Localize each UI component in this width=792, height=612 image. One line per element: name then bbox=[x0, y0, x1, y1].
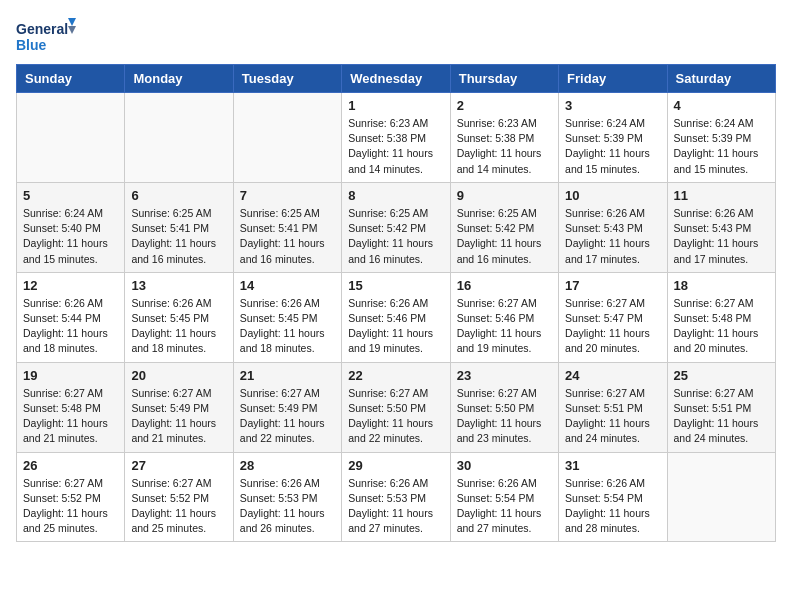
weekday-header: Thursday bbox=[450, 65, 558, 93]
day-number: 22 bbox=[348, 368, 443, 383]
calendar-cell: 20Sunrise: 6:27 AM Sunset: 5:49 PM Dayli… bbox=[125, 362, 233, 452]
calendar-cell: 2Sunrise: 6:23 AM Sunset: 5:38 PM Daylig… bbox=[450, 93, 558, 183]
day-info: Sunrise: 6:27 AM Sunset: 5:46 PM Dayligh… bbox=[457, 296, 552, 357]
calendar-table: SundayMondayTuesdayWednesdayThursdayFrid… bbox=[16, 64, 776, 542]
calendar-cell: 14Sunrise: 6:26 AM Sunset: 5:45 PM Dayli… bbox=[233, 272, 341, 362]
day-info: Sunrise: 6:26 AM Sunset: 5:54 PM Dayligh… bbox=[457, 476, 552, 537]
weekday-header: Friday bbox=[559, 65, 667, 93]
day-number: 6 bbox=[131, 188, 226, 203]
weekday-header: Saturday bbox=[667, 65, 775, 93]
calendar-cell: 17Sunrise: 6:27 AM Sunset: 5:47 PM Dayli… bbox=[559, 272, 667, 362]
day-number: 24 bbox=[565, 368, 660, 383]
day-info: Sunrise: 6:25 AM Sunset: 5:42 PM Dayligh… bbox=[457, 206, 552, 267]
calendar-cell: 25Sunrise: 6:27 AM Sunset: 5:51 PM Dayli… bbox=[667, 362, 775, 452]
day-info: Sunrise: 6:26 AM Sunset: 5:54 PM Dayligh… bbox=[565, 476, 660, 537]
day-number: 1 bbox=[348, 98, 443, 113]
day-number: 12 bbox=[23, 278, 118, 293]
svg-marker-3 bbox=[68, 26, 76, 34]
day-info: Sunrise: 6:26 AM Sunset: 5:53 PM Dayligh… bbox=[348, 476, 443, 537]
day-info: Sunrise: 6:27 AM Sunset: 5:52 PM Dayligh… bbox=[23, 476, 118, 537]
calendar-cell: 15Sunrise: 6:26 AM Sunset: 5:46 PM Dayli… bbox=[342, 272, 450, 362]
calendar-week-row: 12Sunrise: 6:26 AM Sunset: 5:44 PM Dayli… bbox=[17, 272, 776, 362]
day-info: Sunrise: 6:25 AM Sunset: 5:41 PM Dayligh… bbox=[131, 206, 226, 267]
day-number: 17 bbox=[565, 278, 660, 293]
day-number: 28 bbox=[240, 458, 335, 473]
calendar-week-row: 26Sunrise: 6:27 AM Sunset: 5:52 PM Dayli… bbox=[17, 452, 776, 542]
calendar-cell: 30Sunrise: 6:26 AM Sunset: 5:54 PM Dayli… bbox=[450, 452, 558, 542]
day-number: 15 bbox=[348, 278, 443, 293]
day-number: 26 bbox=[23, 458, 118, 473]
page-header: General Blue bbox=[16, 16, 776, 56]
calendar-cell: 12Sunrise: 6:26 AM Sunset: 5:44 PM Dayli… bbox=[17, 272, 125, 362]
calendar-cell: 28Sunrise: 6:26 AM Sunset: 5:53 PM Dayli… bbox=[233, 452, 341, 542]
calendar-cell: 10Sunrise: 6:26 AM Sunset: 5:43 PM Dayli… bbox=[559, 182, 667, 272]
day-number: 27 bbox=[131, 458, 226, 473]
logo-svg: General Blue bbox=[16, 16, 76, 56]
day-info: Sunrise: 6:27 AM Sunset: 5:52 PM Dayligh… bbox=[131, 476, 226, 537]
day-number: 29 bbox=[348, 458, 443, 473]
day-number: 2 bbox=[457, 98, 552, 113]
day-number: 4 bbox=[674, 98, 769, 113]
calendar-cell bbox=[17, 93, 125, 183]
calendar-cell: 8Sunrise: 6:25 AM Sunset: 5:42 PM Daylig… bbox=[342, 182, 450, 272]
calendar-cell: 5Sunrise: 6:24 AM Sunset: 5:40 PM Daylig… bbox=[17, 182, 125, 272]
day-number: 13 bbox=[131, 278, 226, 293]
calendar-cell: 27Sunrise: 6:27 AM Sunset: 5:52 PM Dayli… bbox=[125, 452, 233, 542]
calendar-week-row: 19Sunrise: 6:27 AM Sunset: 5:48 PM Dayli… bbox=[17, 362, 776, 452]
calendar-week-row: 1Sunrise: 6:23 AM Sunset: 5:38 PM Daylig… bbox=[17, 93, 776, 183]
day-info: Sunrise: 6:27 AM Sunset: 5:49 PM Dayligh… bbox=[131, 386, 226, 447]
day-info: Sunrise: 6:27 AM Sunset: 5:49 PM Dayligh… bbox=[240, 386, 335, 447]
day-number: 5 bbox=[23, 188, 118, 203]
calendar-cell: 21Sunrise: 6:27 AM Sunset: 5:49 PM Dayli… bbox=[233, 362, 341, 452]
calendar-cell: 11Sunrise: 6:26 AM Sunset: 5:43 PM Dayli… bbox=[667, 182, 775, 272]
day-number: 31 bbox=[565, 458, 660, 473]
day-info: Sunrise: 6:25 AM Sunset: 5:42 PM Dayligh… bbox=[348, 206, 443, 267]
weekday-header: Wednesday bbox=[342, 65, 450, 93]
calendar-cell: 7Sunrise: 6:25 AM Sunset: 5:41 PM Daylig… bbox=[233, 182, 341, 272]
calendar-cell: 29Sunrise: 6:26 AM Sunset: 5:53 PM Dayli… bbox=[342, 452, 450, 542]
day-info: Sunrise: 6:26 AM Sunset: 5:53 PM Dayligh… bbox=[240, 476, 335, 537]
calendar-cell: 13Sunrise: 6:26 AM Sunset: 5:45 PM Dayli… bbox=[125, 272, 233, 362]
day-number: 14 bbox=[240, 278, 335, 293]
weekday-header: Tuesday bbox=[233, 65, 341, 93]
day-info: Sunrise: 6:26 AM Sunset: 5:45 PM Dayligh… bbox=[131, 296, 226, 357]
day-info: Sunrise: 6:24 AM Sunset: 5:39 PM Dayligh… bbox=[674, 116, 769, 177]
day-number: 11 bbox=[674, 188, 769, 203]
calendar-cell: 18Sunrise: 6:27 AM Sunset: 5:48 PM Dayli… bbox=[667, 272, 775, 362]
day-number: 3 bbox=[565, 98, 660, 113]
day-info: Sunrise: 6:24 AM Sunset: 5:40 PM Dayligh… bbox=[23, 206, 118, 267]
day-info: Sunrise: 6:27 AM Sunset: 5:50 PM Dayligh… bbox=[457, 386, 552, 447]
calendar-header-row: SundayMondayTuesdayWednesdayThursdayFrid… bbox=[17, 65, 776, 93]
day-number: 23 bbox=[457, 368, 552, 383]
day-number: 16 bbox=[457, 278, 552, 293]
day-info: Sunrise: 6:26 AM Sunset: 5:46 PM Dayligh… bbox=[348, 296, 443, 357]
day-info: Sunrise: 6:27 AM Sunset: 5:50 PM Dayligh… bbox=[348, 386, 443, 447]
day-number: 7 bbox=[240, 188, 335, 203]
day-info: Sunrise: 6:25 AM Sunset: 5:41 PM Dayligh… bbox=[240, 206, 335, 267]
day-info: Sunrise: 6:23 AM Sunset: 5:38 PM Dayligh… bbox=[348, 116, 443, 177]
svg-text:Blue: Blue bbox=[16, 37, 47, 53]
calendar-cell: 1Sunrise: 6:23 AM Sunset: 5:38 PM Daylig… bbox=[342, 93, 450, 183]
calendar-week-row: 5Sunrise: 6:24 AM Sunset: 5:40 PM Daylig… bbox=[17, 182, 776, 272]
calendar-cell: 3Sunrise: 6:24 AM Sunset: 5:39 PM Daylig… bbox=[559, 93, 667, 183]
calendar-cell: 4Sunrise: 6:24 AM Sunset: 5:39 PM Daylig… bbox=[667, 93, 775, 183]
day-number: 18 bbox=[674, 278, 769, 293]
calendar-cell bbox=[233, 93, 341, 183]
calendar-cell bbox=[667, 452, 775, 542]
calendar-cell bbox=[125, 93, 233, 183]
day-info: Sunrise: 6:27 AM Sunset: 5:48 PM Dayligh… bbox=[674, 296, 769, 357]
calendar-cell: 19Sunrise: 6:27 AM Sunset: 5:48 PM Dayli… bbox=[17, 362, 125, 452]
day-number: 19 bbox=[23, 368, 118, 383]
day-number: 30 bbox=[457, 458, 552, 473]
weekday-header: Monday bbox=[125, 65, 233, 93]
calendar-cell: 9Sunrise: 6:25 AM Sunset: 5:42 PM Daylig… bbox=[450, 182, 558, 272]
calendar-cell: 24Sunrise: 6:27 AM Sunset: 5:51 PM Dayli… bbox=[559, 362, 667, 452]
day-number: 25 bbox=[674, 368, 769, 383]
calendar-cell: 26Sunrise: 6:27 AM Sunset: 5:52 PM Dayli… bbox=[17, 452, 125, 542]
svg-text:General: General bbox=[16, 21, 68, 37]
day-info: Sunrise: 6:23 AM Sunset: 5:38 PM Dayligh… bbox=[457, 116, 552, 177]
day-info: Sunrise: 6:27 AM Sunset: 5:51 PM Dayligh… bbox=[674, 386, 769, 447]
day-number: 9 bbox=[457, 188, 552, 203]
weekday-header: Sunday bbox=[17, 65, 125, 93]
day-info: Sunrise: 6:27 AM Sunset: 5:48 PM Dayligh… bbox=[23, 386, 118, 447]
